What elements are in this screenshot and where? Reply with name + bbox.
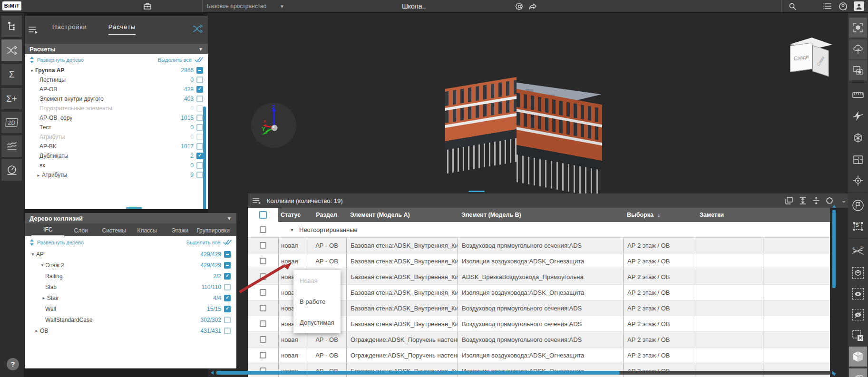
tree-item[interactable]: АР-ВК 1017 <box>25 142 208 151</box>
tree-item[interactable]: АР-ОВ 429 <box>25 85 208 94</box>
show-tool[interactable] <box>849 284 867 304</box>
measure-tool[interactable] <box>849 85 867 105</box>
tree-item[interactable]: Подозрительные элементы 0 <box>25 104 208 113</box>
tree-checkbox[interactable] <box>196 96 203 102</box>
collision-tree-header[interactable]: Дерево коллизий ▼ <box>25 213 236 223</box>
caret-icon[interactable] <box>39 262 46 268</box>
share-icon[interactable] <box>527 0 538 12</box>
table-vertical-scrollbar[interactable] <box>831 205 836 376</box>
tree-item[interactable]: Slab 110/110 <box>25 281 236 292</box>
selection-settings-tool[interactable]: S <box>849 216 867 236</box>
tree-checkbox[interactable] <box>224 317 231 323</box>
shaded-view-tool[interactable] <box>849 347 867 367</box>
row-checkbox[interactable] <box>260 242 266 249</box>
col-status[interactable]: Статус <box>278 208 307 222</box>
scrollbar-thumb[interactable] <box>216 371 620 375</box>
scrollbar-thumb[interactable] <box>832 210 836 288</box>
tree-item[interactable]: вк 0 <box>25 161 208 170</box>
account-icon[interactable] <box>854 1 864 11</box>
menu-item-in-progress[interactable]: В работе <box>293 291 341 312</box>
table-row[interactable]: новая АР - ОВ Ограждение:ADSK_Поручень н… <box>248 332 830 348</box>
caret-icon[interactable] <box>40 295 47 300</box>
table-row[interactable]: новая АР - ОВ Базовая стена:ADSK_Внутрен… <box>248 238 830 253</box>
col-selection[interactable]: Выборка ↓ <box>623 208 696 222</box>
sync-user-icon[interactable] <box>837 0 849 12</box>
table-resize-handle[interactable] <box>468 191 485 192</box>
tab-ifc[interactable]: IFC <box>31 226 64 236</box>
drawings-2d-tool[interactable]: 2D <box>1 112 22 133</box>
model-tree-tool[interactable] <box>1 16 22 37</box>
tree-item[interactable]: Wall 15/15 <box>25 303 236 314</box>
section-plane-tool[interactable] <box>849 106 867 126</box>
tree-checkbox[interactable] <box>196 162 203 169</box>
tree-checkbox[interactable] <box>196 77 203 83</box>
tree-item[interactable]: Группа АР 2866 <box>25 66 208 75</box>
tree-item[interactable]: Stair 4/4 <box>25 292 236 303</box>
collisions-tool[interactable] <box>1 39 22 61</box>
menu-item-new[interactable]: Новая <box>293 270 341 291</box>
collapse-rows-icon[interactable] <box>813 197 819 204</box>
calc-section-header[interactable]: Расчеты ▼ <box>25 44 208 54</box>
row-checkbox[interactable] <box>260 352 266 358</box>
tab-systems[interactable]: Системы <box>98 227 130 236</box>
isolate-selection-tool[interactable] <box>849 60 867 80</box>
tree-checkbox[interactable] <box>196 124 203 131</box>
gear-icon[interactable] <box>514 0 525 12</box>
table-collapse-chevron[interactable]: ⌄ <box>841 193 846 208</box>
scroll-left-arrow[interactable] <box>211 371 214 375</box>
tree-item[interactable]: Тест 0 <box>25 123 208 132</box>
search-icon[interactable] <box>786 0 799 12</box>
fit-row-height-icon[interactable] <box>800 197 806 204</box>
tree-checkbox[interactable] <box>224 284 231 290</box>
sum-tool[interactable]: Σ <box>1 64 22 85</box>
select-all-checkbox[interactable] <box>259 211 267 219</box>
tree-checkbox[interactable] <box>196 134 203 140</box>
caret-icon[interactable] <box>35 173 42 178</box>
show-selected-tool[interactable] <box>849 263 867 283</box>
group-checkbox[interactable] <box>260 226 266 233</box>
tree-checkbox[interactable] <box>224 328 231 334</box>
expand-tree-link[interactable]: Развернуть дерево <box>37 57 84 63</box>
tree-checkbox[interactable] <box>196 115 203 121</box>
table-settings-gear-icon[interactable] <box>826 197 834 204</box>
tree-checkbox[interactable] <box>196 172 203 178</box>
col-section[interactable]: Раздел <box>307 208 346 222</box>
row-checkbox[interactable] <box>260 320 266 327</box>
panel-menu-icon[interactable] <box>29 26 39 34</box>
tree-checkbox[interactable] <box>224 306 231 312</box>
panel-resize-handle[interactable] <box>126 207 142 209</box>
building-model[interactable] <box>442 71 606 183</box>
tree-item[interactable]: WallStandardCase 302/302 <box>25 314 236 325</box>
charts-tool[interactable] <box>1 135 22 157</box>
sum-add-tool[interactable]: Σ+ <box>1 88 22 109</box>
col-element-a[interactable]: Элемент (Модель A) <box>346 208 458 222</box>
view-cube[interactable]: Сзади Слева <box>787 34 835 79</box>
menu-item-acceptable[interactable]: Допустимая <box>293 312 341 333</box>
briefcase-icon[interactable] <box>141 0 154 12</box>
view-cube-back-face[interactable]: Сзади <box>790 42 812 72</box>
caret-icon[interactable] <box>29 251 36 257</box>
sort-desc-icon[interactable]: ↓ <box>657 212 660 218</box>
floor-plan-tool[interactable] <box>849 150 867 170</box>
help-button[interactable]: ? <box>7 358 19 370</box>
list-menu-icon[interactable] <box>821 0 834 12</box>
zoom-extents-tool[interactable] <box>849 18 867 38</box>
vegetation-tool[interactable] <box>849 39 867 59</box>
clash-pair-tool[interactable]: 12 <box>849 241 867 261</box>
table-horizontal-scrollbar[interactable] <box>211 370 835 376</box>
tree-checkbox[interactable] <box>196 143 203 150</box>
tree-item[interactable]: Лестницы 0 <box>25 75 208 85</box>
table-group-row[interactable]: Неотсортированные <box>248 222 830 238</box>
calc-tree-scrollbar[interactable] <box>203 106 206 209</box>
col-element-b[interactable]: Элемент (Модель B) <box>458 208 623 222</box>
table-menu-icon[interactable] <box>253 197 262 204</box>
tree-checkbox[interactable] <box>196 153 203 159</box>
tree-checkbox[interactable] <box>224 251 231 258</box>
expand-tree-link[interactable]: Развернуть дерево <box>37 240 84 245</box>
table-row[interactable]: новая АР - ОВ Ограждение:ADSK_Поручень н… <box>248 348 830 363</box>
tree-item[interactable]: ОВ 431/431 <box>25 325 236 336</box>
bimit-logo[interactable]: BiMiT <box>2 1 21 10</box>
scroll-right-arrow[interactable] <box>832 371 835 375</box>
tree-item[interactable]: Атрибуты 0 <box>25 132 208 142</box>
tree-checkbox[interactable] <box>196 86 203 93</box>
